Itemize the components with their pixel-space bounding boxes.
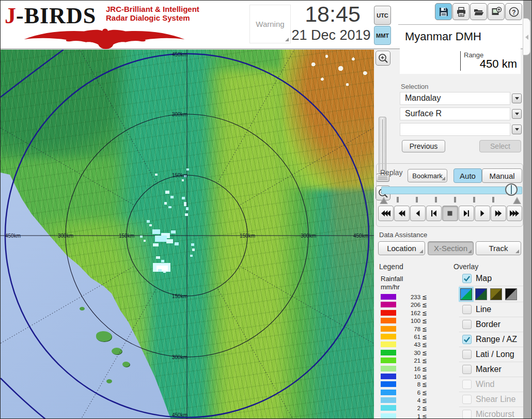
toolbar: ? bbox=[435, 3, 522, 20]
x-section-button[interactable]: X-Section bbox=[428, 241, 474, 255]
checkbox-range-az[interactable] bbox=[462, 335, 472, 344]
ring-label-450km: 450km bbox=[353, 233, 369, 239]
legend-value: 2 ≦ bbox=[401, 405, 427, 412]
playback-button-step-back[interactable] bbox=[426, 206, 442, 221]
site-combobox[interactable]: Mandalay bbox=[400, 92, 510, 105]
overlay-row-shear-line: Shear Line bbox=[459, 392, 523, 407]
playback-button-play[interactable] bbox=[475, 206, 490, 221]
help-button[interactable]: ? bbox=[505, 3, 522, 20]
overlay-row-marker: Marker bbox=[459, 362, 523, 377]
slider-tick bbox=[454, 197, 456, 203]
overlay-row-lati-long: Lati / Long bbox=[459, 347, 523, 362]
legend-row: 6 ≦ bbox=[381, 389, 428, 397]
product-dropdown-button[interactable] bbox=[512, 109, 522, 119]
print-button[interactable] bbox=[452, 3, 470, 20]
map-style-row bbox=[459, 286, 523, 302]
panel-collapse-tab[interactable] bbox=[523, 18, 530, 55]
legend-swatch bbox=[381, 390, 396, 395]
playback-button-stop[interactable] bbox=[442, 206, 458, 221]
logo-tagline-2: Radar Dialogic System bbox=[106, 13, 199, 22]
legend-row: 1 ≦ bbox=[381, 413, 428, 419]
legend-row: 100 ≦ bbox=[381, 317, 428, 325]
legend-swatch bbox=[381, 374, 396, 379]
product-combobox[interactable]: Surface R bbox=[400, 107, 510, 120]
overlay-row-border: Border bbox=[459, 317, 523, 332]
overlay-item-label: Map bbox=[476, 274, 492, 283]
button-label: Track bbox=[489, 244, 508, 253]
time-slider-track[interactable] bbox=[381, 187, 522, 194]
play-reverse-icon bbox=[412, 210, 424, 217]
location-button[interactable]: Location bbox=[378, 241, 425, 255]
playback-button-forward-fast[interactable] bbox=[491, 206, 506, 221]
overlay-item-label: Lati / Long bbox=[476, 350, 514, 359]
legend-value: 30 ≦ bbox=[401, 349, 427, 356]
data-assistance-label: Data Assistance bbox=[379, 231, 427, 239]
legend-value: 61 ≦ bbox=[401, 333, 427, 340]
open-folder-button[interactable] bbox=[470, 3, 487, 20]
auto-button[interactable]: Auto bbox=[453, 168, 482, 183]
ring-label-150km: 150km bbox=[240, 233, 255, 239]
utc-button[interactable]: UTC bbox=[374, 6, 391, 25]
clock-date: 21 Dec 2019 bbox=[288, 27, 374, 43]
select-button[interactable]: Select bbox=[479, 140, 521, 152]
track-button[interactable]: Track bbox=[476, 241, 521, 255]
legend-value: 10 ≦ bbox=[401, 373, 427, 380]
clock-time: 18:45 bbox=[293, 2, 372, 27]
checkbox-line[interactable] bbox=[462, 305, 472, 314]
map-style-swatch-4[interactable] bbox=[505, 288, 517, 300]
open-folder-icon bbox=[473, 6, 484, 18]
legend-row: 162 ≦ bbox=[381, 309, 428, 317]
playback-button-forward-fastest[interactable] bbox=[507, 206, 522, 221]
legend-value: 6 ≦ bbox=[401, 389, 427, 396]
capture-button[interactable] bbox=[488, 3, 505, 20]
checkbox-marker[interactable] bbox=[462, 365, 472, 374]
mmt-button[interactable]: MMT bbox=[374, 26, 391, 45]
bookmark-button[interactable]: Bookmark bbox=[408, 169, 447, 182]
jbirds-logo: J-BIRDS JRC-Brilliant & Intelligent Rada… bbox=[4, 2, 210, 48]
checkbox-lati-long[interactable] bbox=[462, 350, 472, 359]
save-button[interactable] bbox=[435, 3, 452, 20]
site-dropdown-button[interactable] bbox=[512, 94, 522, 103]
slider-tick bbox=[397, 197, 399, 203]
slider-tick bbox=[435, 197, 437, 203]
legend-swatch bbox=[381, 326, 396, 332]
map-style-swatch-3[interactable] bbox=[490, 288, 502, 300]
legend-swatch bbox=[381, 358, 396, 363]
button-label: Location bbox=[387, 244, 416, 253]
warning-button[interactable]: Warning bbox=[249, 5, 291, 43]
stop-icon bbox=[444, 210, 456, 217]
station-box: Myanmar DMH bbox=[400, 26, 522, 47]
slider-start-marker bbox=[380, 197, 388, 204]
playback-button-rewind-fast[interactable] bbox=[394, 206, 410, 221]
manual-label: Manual bbox=[489, 172, 514, 180]
check-icon bbox=[463, 274, 471, 283]
manual-button[interactable]: Manual bbox=[482, 168, 522, 183]
previous-button[interactable]: Previous bbox=[402, 140, 445, 152]
selection-label: Selection bbox=[401, 83, 428, 90]
overlay-item-label: Range / AZ bbox=[476, 335, 517, 344]
legend-value: 21 ≦ bbox=[401, 357, 427, 364]
playback-button-step-forward[interactable] bbox=[459, 206, 474, 221]
logo-wordmark: J-BIRDS bbox=[5, 3, 96, 29]
option-combobox[interactable] bbox=[400, 123, 510, 136]
playback-button-rewind-fastest[interactable] bbox=[378, 206, 394, 221]
select-label: Select bbox=[490, 142, 510, 150]
legend-swatch bbox=[381, 405, 396, 411]
ring-label-450km: 450km bbox=[172, 52, 187, 57]
forward-fastest-icon bbox=[509, 210, 520, 217]
panel-divider bbox=[398, 24, 522, 25]
checkbox-shear-line bbox=[462, 395, 472, 404]
time-slider-ticks bbox=[380, 196, 523, 204]
option-dropdown-button[interactable] bbox=[512, 125, 522, 134]
checkbox-map[interactable] bbox=[462, 274, 472, 283]
legend-swatch bbox=[381, 366, 396, 371]
checkbox-border[interactable] bbox=[462, 320, 472, 329]
time-slider-thumb[interactable] bbox=[505, 183, 518, 196]
map-style-swatch-2[interactable] bbox=[475, 288, 487, 300]
map-style-swatch-1[interactable] bbox=[460, 288, 472, 300]
radar-map[interactable]: 150km150km150km150km300km300km300km300km… bbox=[1, 50, 374, 419]
zoom-in-button[interactable] bbox=[375, 51, 390, 66]
overlay-item-label: Border bbox=[476, 320, 500, 329]
legend-swatch bbox=[381, 318, 396, 323]
playback-button-play-reverse[interactable] bbox=[410, 206, 426, 221]
